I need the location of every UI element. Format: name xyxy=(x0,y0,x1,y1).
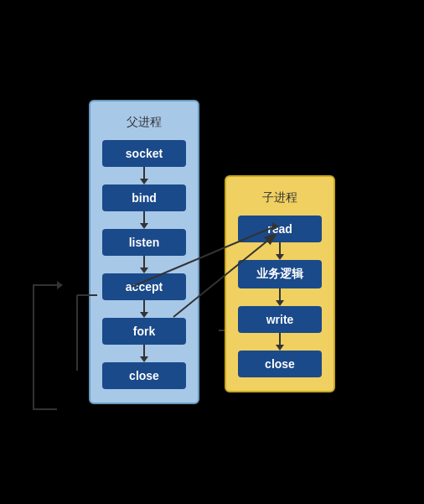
arrow-line xyxy=(279,288,281,300)
arrow-head xyxy=(140,268,148,273)
arrow-head xyxy=(140,179,148,184)
logic-node: 业务逻辑 xyxy=(238,260,322,288)
arrow-fork-close xyxy=(140,345,148,362)
arrow-head xyxy=(276,345,284,351)
arrow-write-close xyxy=(276,333,284,351)
arrow-line xyxy=(143,256,145,268)
socket-node: socket xyxy=(102,140,186,167)
arrow-head xyxy=(276,300,284,306)
parent-process-title: 父进程 xyxy=(127,115,162,130)
read-node: read xyxy=(238,216,322,242)
arrow-line xyxy=(279,333,281,345)
parent-process-box: 父进程 socket bind listen xyxy=(89,100,199,404)
arrow-logic-write xyxy=(276,288,284,306)
accept-node: accept xyxy=(102,273,186,300)
fork-node: fork xyxy=(102,318,186,345)
arrow-line xyxy=(143,211,145,223)
arrow-read-logic xyxy=(276,242,284,260)
arrow-head xyxy=(140,223,148,229)
arrow-accept-fork xyxy=(140,300,148,318)
arrow-head xyxy=(140,356,148,362)
arrow-line xyxy=(279,242,281,254)
diagram-container: 父进程 socket bind listen xyxy=(89,100,335,404)
child-process-box: 子进程 read 业务逻辑 write close xyxy=(225,175,335,392)
arrow-line xyxy=(143,300,145,312)
arrow-line xyxy=(143,167,145,179)
child-close-node: close xyxy=(238,351,322,377)
accept-wrapper: accept xyxy=(102,273,186,300)
parent-close-node: close xyxy=(102,362,186,389)
bind-node: bind xyxy=(102,184,186,211)
loop-back-arrow xyxy=(72,287,102,371)
listen-node: listen xyxy=(102,229,186,256)
child-process-title: 子进程 xyxy=(262,190,297,205)
read-wrapper: read xyxy=(238,216,322,242)
arrow-socket-bind xyxy=(140,167,148,184)
svg-marker-5 xyxy=(57,281,63,289)
arrow-head xyxy=(140,312,148,318)
arrow-bind-listen xyxy=(140,211,148,229)
parent-process-wrapper: 父进程 socket bind listen xyxy=(89,100,199,404)
arrow-listen-accept xyxy=(140,256,148,273)
write-node: write xyxy=(238,306,322,333)
arrow-line xyxy=(143,345,145,356)
arrow-head xyxy=(276,254,284,260)
